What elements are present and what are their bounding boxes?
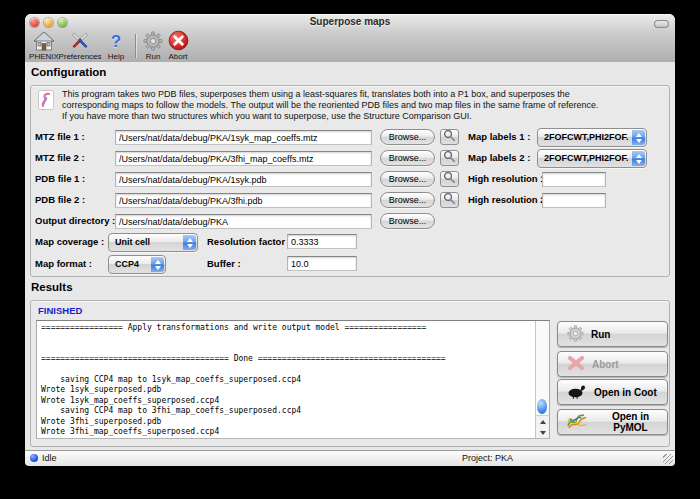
status-indicator-icon <box>30 454 38 462</box>
map-format-value: CCP4 <box>115 259 147 269</box>
map-labels-2-select[interactable]: 2FOFCWT,PHI2FOF... <box>537 149 647 168</box>
log-text: ================= Apply transformations … <box>37 321 549 439</box>
open-in-coot-label: Open in Coot <box>594 387 657 398</box>
buffer-label: Buffer : <box>207 258 241 269</box>
map-labels-1-value: 2FOFCWT,PHI2FOF... <box>544 132 628 142</box>
high-resolution-2-input[interactable] <box>542 193 606 208</box>
abort-x-icon <box>161 30 195 51</box>
output-directory-label: Output directory : <box>35 215 115 226</box>
close-window-button[interactable] <box>30 18 39 27</box>
run-button-label: Run <box>591 329 610 340</box>
toolbar-toggle-button[interactable] <box>654 20 669 28</box>
stepper-arrows-icon <box>183 235 196 250</box>
toolbar-label-abort: Abort <box>161 52 195 61</box>
scrollbar-arrow-buttons <box>536 415 549 438</box>
program-ribbon-icon <box>38 90 54 114</box>
status-bar: Idle Project: PKA <box>25 450 675 466</box>
gear-icon <box>567 325 584 344</box>
stepper-arrows-icon <box>632 130 645 145</box>
abort-button-label: Abort <box>592 359 619 370</box>
abort-x-icon <box>567 355 585 373</box>
app-window: Superpose maps PHENIX <box>25 14 675 465</box>
stepper-arrows-icon <box>151 257 164 272</box>
window-title: Superpose maps <box>25 16 675 27</box>
arrow-down-icon <box>540 431 546 435</box>
open-in-pymol-label: Open in PyMOL <box>594 411 667 433</box>
mtz-file-2-label: MTZ file 2 : <box>35 152 85 163</box>
configuration-section-title: Configuration <box>31 66 106 78</box>
pdb-file-2-input[interactable] <box>115 193 372 208</box>
scroll-up-button[interactable] <box>536 416 549 427</box>
map-coverage-label: Map coverage : <box>35 236 104 247</box>
mtz-file-1-browse-button[interactable]: Browse... <box>380 129 435 145</box>
help-icon: ? <box>102 30 130 51</box>
status-text: Idle <box>42 453 57 463</box>
pymol-ribbon-icon <box>567 413 587 431</box>
pdb-file-1-input[interactable] <box>115 172 372 187</box>
pdb-file-1-inspect-button[interactable] <box>440 171 459 187</box>
map-format-label: Map format : <box>35 258 92 269</box>
minimize-window-button[interactable] <box>44 18 53 27</box>
mtz-file-2-browse-button[interactable]: Browse... <box>380 150 435 166</box>
toolbar-item-abort[interactable]: Abort <box>161 30 195 61</box>
scroll-down-button[interactable] <box>536 427 549 438</box>
toolbar-label-help: Help <box>102 52 130 61</box>
program-description-line2: corresponding maps to follow the models.… <box>62 100 599 111</box>
pdb-file-2-browse-button[interactable]: Browse... <box>380 192 435 208</box>
open-in-coot-button[interactable]: Open in Coot <box>557 379 668 405</box>
mtz-file-2-inspect-button[interactable] <box>440 150 459 166</box>
open-in-pymol-button[interactable]: Open in PyMOL <box>557 409 668 435</box>
high-resolution-1-label: High resolution 1 : <box>468 173 551 184</box>
buffer-input[interactable] <box>287 256 357 271</box>
stepper-arrows-icon <box>632 151 645 166</box>
coot-bird-icon <box>567 384 587 401</box>
output-directory-browse-button[interactable]: Browse... <box>380 213 435 229</box>
desktop-background: Superpose maps PHENIX <box>0 0 700 499</box>
pdb-file-2-inspect-button[interactable] <box>440 192 459 208</box>
run-button[interactable]: Run <box>557 321 668 347</box>
toolbar-item-help[interactable]: ? Help <box>102 30 130 61</box>
abort-button[interactable]: Abort <box>557 351 668 377</box>
arrow-up-icon <box>540 420 546 424</box>
tools-icon <box>54 30 106 51</box>
pdb-file-1-label: PDB file 1 : <box>35 173 85 184</box>
magnifier-icon <box>443 171 456 187</box>
toolbar-label-preferences: Preferences <box>54 52 106 61</box>
toolbar-item-preferences[interactable]: Preferences <box>54 30 106 61</box>
toolbar-separator <box>135 34 136 58</box>
resolution-factor-input[interactable] <box>287 234 357 249</box>
map-labels-1-select[interactable]: 2FOFCWT,PHI2FOF... <box>537 128 647 147</box>
main-content: Configuration This program takes two PDB… <box>25 62 675 450</box>
mtz-file-2-input[interactable] <box>115 151 372 166</box>
program-description-line1: This program takes two PDB files, superp… <box>62 89 570 100</box>
log-scrollbar[interactable] <box>535 321 549 438</box>
high-resolution-2-label: High resolution 2 : <box>468 194 551 205</box>
mtz-file-1-inspect-button[interactable] <box>440 129 459 145</box>
status-badge: FINISHED <box>38 305 82 316</box>
high-resolution-1-input[interactable] <box>542 172 606 187</box>
program-description-line3: If you have more than two structures whi… <box>62 111 472 122</box>
results-section-title: Results <box>31 281 73 293</box>
log-output-area[interactable]: ================= Apply transformations … <box>36 320 550 439</box>
map-format-select[interactable]: CCP4 <box>108 255 166 274</box>
scrollbar-thumb[interactable] <box>537 399 547 414</box>
map-coverage-select[interactable]: Unit cell <box>108 233 198 252</box>
resize-grip[interactable] <box>663 454 673 464</box>
resolution-factor-label: Resolution factor : <box>207 236 291 247</box>
map-coverage-value: Unit cell <box>115 237 179 247</box>
map-labels-2-value: 2FOFCWT,PHI2FOF... <box>544 153 628 163</box>
pdb-file-2-label: PDB file 2 : <box>35 194 85 205</box>
magnifier-icon <box>443 129 456 145</box>
map-labels-2-label: Map labels 2 : <box>468 152 530 163</box>
project-label: Project: PKA <box>462 453 513 463</box>
zoom-window-button[interactable] <box>58 18 67 27</box>
mtz-file-1-input[interactable] <box>115 130 372 145</box>
mtz-file-1-label: MTZ file 1 : <box>35 131 85 142</box>
magnifier-icon <box>443 150 456 166</box>
pdb-file-1-browse-button[interactable]: Browse... <box>380 171 435 187</box>
output-directory-input[interactable] <box>115 214 372 229</box>
title-toolbar-chrome: Superpose maps PHENIX <box>25 14 675 63</box>
map-labels-1-label: Map labels 1 : <box>468 131 530 142</box>
magnifier-icon <box>443 192 456 208</box>
